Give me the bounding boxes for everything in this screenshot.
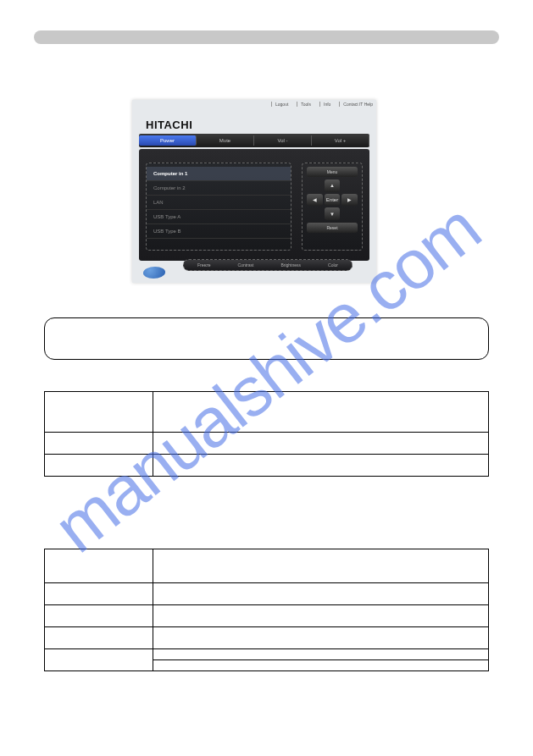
t2-r5c2b xyxy=(153,660,488,671)
t2-r5c2 xyxy=(153,649,489,671)
t1-r3c2 xyxy=(153,455,489,477)
ctrl-color[interactable]: Color xyxy=(328,262,338,268)
top-links: Logout Tools Info Contact IT Help xyxy=(271,102,373,107)
t2-r2c2 xyxy=(153,583,489,605)
dpad-up-icon[interactable]: ▲ xyxy=(325,179,341,192)
t2-r1c1 xyxy=(45,549,153,583)
main-tab-bar: Power Mute Vol - Vol + xyxy=(139,134,369,147)
t1-r3c1 xyxy=(45,455,153,477)
projector-control-panel: Logout Tools Info Contact IT Help HITACH… xyxy=(132,100,376,283)
table-2 xyxy=(44,549,489,671)
t2-r3c2 xyxy=(153,605,489,627)
t2-r2c1 xyxy=(45,583,153,605)
page-header-bar xyxy=(34,30,499,44)
t2-r5c2a xyxy=(153,649,488,660)
dpad-left-icon[interactable]: ◀ xyxy=(307,194,323,207)
tab-power[interactable]: Power xyxy=(139,135,197,146)
t2-r3c1 xyxy=(45,605,153,627)
brand-logo: HITACHI xyxy=(146,119,192,131)
tab-vol-down[interactable]: Vol - xyxy=(254,135,312,146)
tab-mute[interactable]: Mute xyxy=(197,135,254,146)
source-usb-a[interactable]: USB Type A xyxy=(147,210,291,224)
panel-body: Sources List Computer in 1 Computer in 2… xyxy=(139,149,369,261)
table-1 xyxy=(44,391,489,477)
ctrl-brightness[interactable]: Brightness xyxy=(280,262,301,268)
t2-r1c2 xyxy=(153,549,489,583)
t2-r4c1 xyxy=(45,627,153,649)
tab-vol-up[interactable]: Vol + xyxy=(312,135,369,146)
link-tools[interactable]: Tools xyxy=(297,102,311,107)
dpad: ▲ ◀ Enter ▶ ▼ xyxy=(307,179,358,220)
dpad-right-icon[interactable]: ▶ xyxy=(341,194,358,207)
link-logout[interactable]: Logout xyxy=(271,102,288,107)
t1-r1c1 xyxy=(45,392,153,433)
t2-r4c2 xyxy=(153,627,489,649)
t1-r2c1 xyxy=(45,433,153,455)
t2-r5c1 xyxy=(45,649,153,671)
t1-r2c2 xyxy=(153,433,489,455)
sources-list: Computer in 1 Computer in 2 LAN USB Type… xyxy=(146,163,291,251)
enter-button[interactable]: Enter xyxy=(325,194,341,207)
source-lan[interactable]: LAN xyxy=(147,196,291,210)
ctrl-freeze[interactable]: Freeze xyxy=(197,262,211,268)
bottom-controls: Freeze Contrast Brightness Color xyxy=(183,259,353,271)
crestron-badge-icon xyxy=(141,264,168,281)
ctrl-contrast[interactable]: Contrast xyxy=(238,262,254,268)
t1-r1c2 xyxy=(153,392,489,433)
note-box xyxy=(44,317,489,360)
menu-button[interactable]: Menu xyxy=(307,167,358,177)
source-computer1[interactable]: Computer in 1 xyxy=(147,167,291,181)
source-computer2[interactable]: Computer in 2 xyxy=(147,181,291,196)
link-info[interactable]: Info xyxy=(319,102,330,107)
dpad-down-icon[interactable]: ▼ xyxy=(325,207,341,220)
link-contact[interactable]: Contact IT Help xyxy=(339,102,373,107)
source-usb-b[interactable]: USB Type B xyxy=(147,224,291,239)
reset-button[interactable]: Reset xyxy=(307,223,358,233)
remote-pad: Menu ▲ ◀ Enter ▶ ▼ Reset xyxy=(302,163,363,251)
